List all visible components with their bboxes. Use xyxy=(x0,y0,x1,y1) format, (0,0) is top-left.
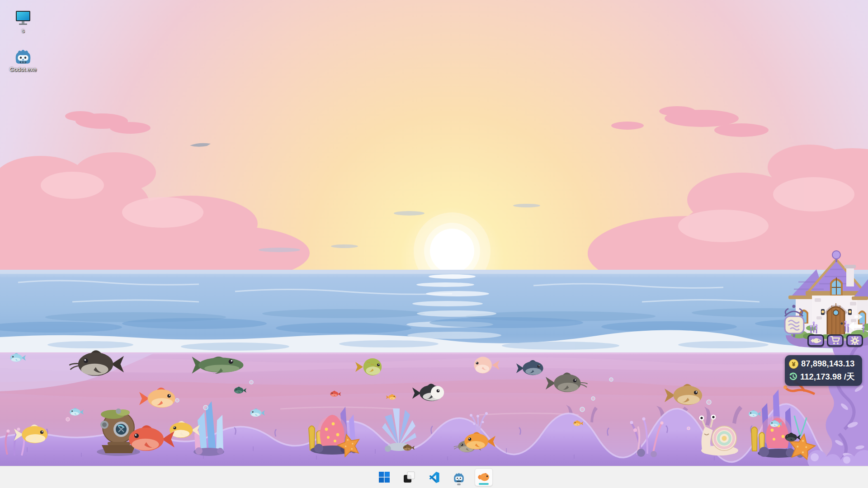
godot-icon xyxy=(453,471,465,483)
overlapping-squares-icon xyxy=(403,471,415,483)
desktop-icon-label: Godot.exe xyxy=(9,66,37,73)
money-amount: 87,898,143.13 xyxy=(801,359,854,369)
game-scene xyxy=(0,0,868,466)
taskbar-godot[interactable] xyxy=(450,468,468,486)
taskbar xyxy=(0,466,868,488)
income-clock-icon xyxy=(789,372,797,381)
ocean xyxy=(0,270,868,353)
taskbar-app-squares[interactable] xyxy=(400,468,418,486)
taskbar-vscode[interactable] xyxy=(425,468,443,486)
active-indicator xyxy=(479,483,489,485)
cart-icon xyxy=(830,336,840,345)
vscode-icon xyxy=(428,471,440,483)
desktop: s Godot.exe ¥ 87,898,143.13 xyxy=(0,0,868,488)
income-rate: 112,173.98 /天 xyxy=(800,371,854,382)
windows-start-icon xyxy=(378,471,390,483)
desktop-icon-label: s xyxy=(22,28,25,34)
coin-icon: ¥ xyxy=(789,359,798,369)
gear-icon xyxy=(850,336,859,345)
money-row: ¥ 87,898,143.13 xyxy=(789,359,858,369)
income-row: 112,173.98 /天 xyxy=(789,371,858,382)
godot-icon xyxy=(14,47,33,65)
goldfish-icon xyxy=(477,472,491,483)
running-indicator xyxy=(457,483,461,485)
taskbar-start-button[interactable] xyxy=(375,468,393,486)
shop-button[interactable] xyxy=(827,334,844,347)
fish-icon xyxy=(810,337,822,344)
desktop-icon-godot[interactable]: Godot.exe xyxy=(1,47,45,73)
taskbar-fish-game[interactable] xyxy=(475,468,493,486)
fish-inventory-button[interactable] xyxy=(807,334,824,347)
currency-panel: ¥ 87,898,143.13 112,173.98 /天 xyxy=(785,355,862,386)
desktop-icon-monitor[interactable]: s xyxy=(1,10,45,34)
settings-button[interactable] xyxy=(846,334,863,347)
monitor-icon xyxy=(14,10,32,26)
